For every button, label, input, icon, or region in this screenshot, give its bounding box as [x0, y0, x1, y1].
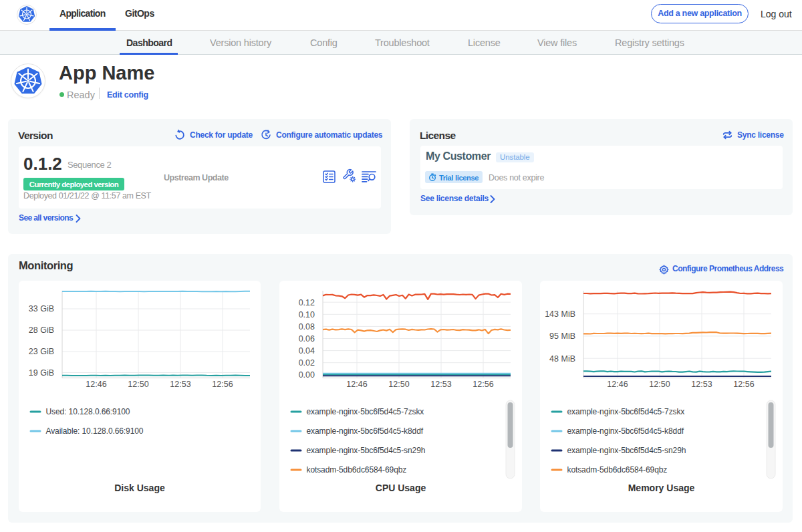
- svg-text:12:46: 12:46: [607, 380, 628, 389]
- svg-text:example-nginx-5bc6f5d4c5-7zskx: example-nginx-5bc6f5d4c5-7zskx: [567, 407, 685, 416]
- svg-text:12:53: 12:53: [430, 380, 451, 389]
- svg-text:Used: 10.128.0.66:9100: Used: 10.128.0.66:9100: [46, 407, 130, 416]
- svg-text:12:56: 12:56: [212, 380, 233, 389]
- svg-text:12:50: 12:50: [128, 380, 148, 389]
- svg-text:28 GiB: 28 GiB: [29, 325, 54, 335]
- svg-text:12:46: 12:46: [86, 380, 106, 389]
- svg-text:example-nginx-5bc6f5d4c5-sn29h: example-nginx-5bc6f5d4c5-sn29h: [567, 446, 686, 455]
- svg-text:kotsadm-5db6dc6584-69qbz: kotsadm-5db6dc6584-69qbz: [307, 465, 407, 475]
- svg-text:12:50: 12:50: [649, 380, 670, 389]
- svg-text:12:50: 12:50: [388, 380, 409, 389]
- svg-text:95 MiB: 95 MiB: [549, 331, 575, 341]
- svg-text:example-nginx-5bc6f5d4c5-sn29h: example-nginx-5bc6f5d4c5-sn29h: [307, 446, 426, 455]
- svg-text:0.08: 0.08: [299, 322, 315, 331]
- svg-text:48 MiB: 48 MiB: [549, 354, 575, 364]
- svg-text:143 MiB: 143 MiB: [545, 309, 575, 319]
- svg-text:12:53: 12:53: [170, 380, 190, 389]
- svg-text:12:53: 12:53: [691, 380, 712, 389]
- svg-text:0.02: 0.02: [299, 358, 315, 368]
- svg-text:Available: 10.128.0.66:9100: Available: 10.128.0.66:9100: [46, 426, 144, 436]
- svg-text:0.06: 0.06: [299, 334, 315, 344]
- svg-text:12:56: 12:56: [733, 380, 754, 389]
- svg-text:0.12: 0.12: [299, 298, 315, 307]
- svg-text:example-nginx-5bc6f5d4c5-k8ddf: example-nginx-5bc6f5d4c5-k8ddf: [307, 426, 424, 436]
- svg-text:12:46: 12:46: [346, 380, 367, 389]
- svg-text:0.04: 0.04: [299, 346, 315, 356]
- svg-text:example-nginx-5bc6f5d4c5-k8ddf: example-nginx-5bc6f5d4c5-k8ddf: [567, 426, 684, 436]
- svg-text:example-nginx-5bc6f5d4c5-7zskx: example-nginx-5bc6f5d4c5-7zskx: [307, 407, 424, 416]
- svg-text:12:56: 12:56: [473, 380, 493, 389]
- svg-text:23 GiB: 23 GiB: [29, 347, 54, 356]
- svg-text:33 GiB: 33 GiB: [29, 304, 54, 313]
- svg-text:kotsadm-5db6dc6584-69qbz: kotsadm-5db6dc6584-69qbz: [567, 465, 668, 475]
- svg-text:0.10: 0.10: [299, 310, 315, 319]
- svg-text:19 GiB: 19 GiB: [29, 368, 54, 378]
- svg-text:0.00: 0.00: [299, 370, 315, 380]
